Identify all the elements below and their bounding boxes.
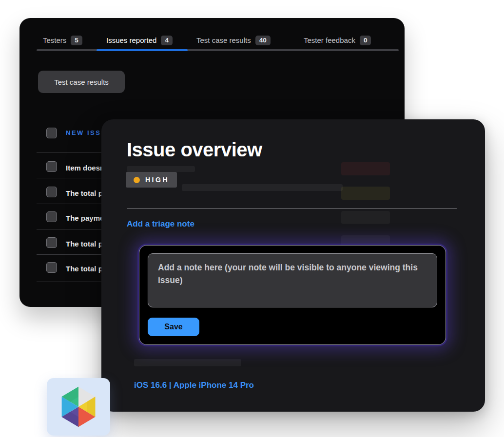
issue-overview-title: Issue overview [127, 139, 262, 160]
ghost-dimmed-chip [341, 187, 390, 200]
severity-label: HIGH [145, 176, 169, 183]
app-logo [47, 378, 110, 436]
page: Testers 5 Issues reported 4 Test case re… [0, 0, 504, 437]
issue-row-checkbox[interactable] [46, 161, 57, 172]
tab-test-case-results[interactable]: Test case results 40 [196, 36, 271, 45]
issue-row-label[interactable]: The total pr [66, 264, 106, 274]
issue-overview-dialog: Issue overview HIGH Add a triage note Sa… [101, 119, 485, 412]
tab-test-case-results-count-badge: 40 [255, 36, 271, 45]
cube-hexagon-logo-icon [58, 385, 99, 429]
save-button[interactable]: Save [148, 318, 199, 336]
tab-divider-track [37, 49, 399, 51]
ghost-dimmed-text [127, 166, 195, 172]
ghost-dimmed-label [134, 359, 241, 366]
tab-issues-reported[interactable]: Issues reported 4 [106, 36, 173, 45]
issue-row-checkbox[interactable] [46, 187, 57, 197]
issue-row-checkbox[interactable] [46, 211, 57, 222]
new-issues-section-header: NEW ISS [66, 129, 101, 136]
filter-button-label: Test case results [54, 78, 109, 86]
tab-test-case-results-label: Test case results [196, 36, 251, 44]
issue-row-label[interactable]: The total pr [66, 239, 106, 249]
issue-row-checkbox[interactable] [46, 237, 57, 248]
tab-testers-label: Testers [43, 36, 66, 44]
ghost-dimmed-text [182, 184, 343, 191]
active-tab-underline [97, 49, 188, 51]
tab-tester-feedback-count-badge: 0 [360, 36, 371, 45]
issue-row-label[interactable]: The total pr [66, 188, 106, 199]
test-case-results-filter-button[interactable]: Test case results [38, 71, 125, 93]
add-triage-note-link[interactable]: Add a triage note [127, 219, 194, 229]
tab-issues-reported-count-badge: 4 [161, 36, 173, 45]
tab-testers[interactable]: Testers 5 [43, 36, 82, 45]
severity-dot-icon [134, 177, 140, 183]
tab-issues-reported-label: Issues reported [106, 36, 156, 44]
tab-tester-feedback-label: Tester feedback [304, 36, 355, 44]
ghost-dimmed-chip [341, 162, 390, 175]
issue-row-label[interactable]: The payme [66, 213, 104, 224]
severity-badge: HIGH [126, 172, 177, 188]
section-divider [127, 209, 457, 209]
issue-row-checkbox[interactable] [46, 262, 57, 273]
select-all-checkbox[interactable] [46, 128, 57, 138]
issue-row-label[interactable]: Item doesn [66, 163, 104, 173]
triage-note-input[interactable] [148, 253, 437, 307]
environment-link[interactable]: iOS 16.6 | Apple iPhone 14 Pro [134, 380, 254, 390]
ghost-dimmed-chip [341, 211, 390, 224]
tab-tester-feedback[interactable]: Tester feedback 0 [304, 36, 371, 45]
triage-note-card: Save [139, 245, 446, 345]
tab-testers-count-badge: 5 [71, 36, 82, 45]
